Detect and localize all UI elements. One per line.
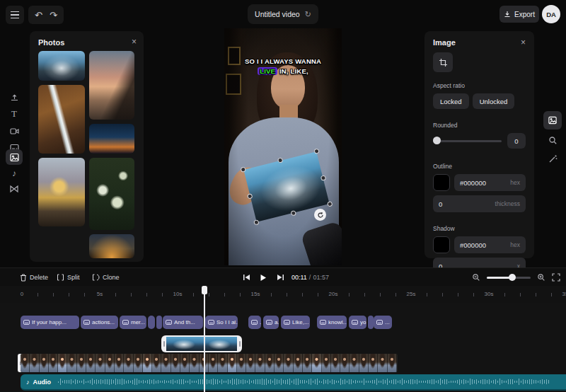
photo-thumb-dark-palms-dusk[interactable] <box>89 124 134 154</box>
fit-timeline-icon[interactable] <box>552 273 560 282</box>
caption-clip[interactable]: a... <box>263 316 279 329</box>
aspect-unlocked-button[interactable]: Unlocked <box>473 93 515 109</box>
crop-button[interactable] <box>433 52 453 72</box>
caption-line-1: SO I I ALWAYS WANNA <box>224 57 342 67</box>
ruler-tick <box>302 293 303 296</box>
timecode: 00:11 / 01:57 <box>291 268 329 287</box>
caption-clip-icon <box>83 320 90 325</box>
timeline-ruler[interactable]: 05s10s15s20s25s30s35s <box>0 286 566 303</box>
skip-back-icon[interactable] <box>241 268 252 287</box>
ruler-tick <box>37 293 38 296</box>
timeline-zoom-controls <box>472 268 560 287</box>
redo-icon[interactable]: ↷ <box>50 10 57 21</box>
caption-clip-icon <box>208 320 214 325</box>
caption-clip-label: And th... <box>174 319 195 325</box>
playhead-line[interactable] <box>204 286 205 392</box>
video-clip-filmstrip[interactable] <box>21 354 398 372</box>
video-preview-canvas[interactable]: SO I I ALWAYS WANNA LIVE IN, LIKE, <box>224 28 342 265</box>
caption-clip[interactable] <box>148 316 155 329</box>
close-icon[interactable]: × <box>521 38 526 47</box>
caption-clip[interactable]: mer... <box>120 316 146 329</box>
image-tool-icon[interactable] <box>6 149 23 165</box>
video-frame-thumb <box>96 354 105 372</box>
photo-thumb-palm-beach-sunset[interactable] <box>89 51 134 120</box>
outline-color-swatch[interactable] <box>433 174 450 191</box>
caption-clip[interactable]: actions... <box>81 316 118 329</box>
zoom-in-icon[interactable] <box>537 273 545 282</box>
video-frame-thumb <box>152 354 161 372</box>
outline-label: Outline <box>433 163 526 170</box>
resize-handle-w[interactable] <box>247 193 253 199</box>
caption-clip[interactable] <box>156 316 162 329</box>
ruler-label: 25s <box>407 291 416 297</box>
ruler-tick <box>53 293 54 296</box>
resize-handle-n[interactable] <box>277 157 283 163</box>
resize-handle-nw[interactable] <box>241 166 246 172</box>
caption-clip[interactable]: knowl... <box>317 316 347 329</box>
aspect-locked-button[interactable]: Locked <box>433 93 469 109</box>
undo-icon[interactable]: ↶ <box>35 10 42 21</box>
close-icon[interactable]: × <box>132 38 137 46</box>
hamburger-menu-button[interactable] <box>6 6 24 24</box>
zoom-slider-thumb[interactable] <box>509 274 516 281</box>
trim-handle-left[interactable] <box>163 341 165 347</box>
video-frame-thumb <box>331 354 340 372</box>
caption-clip-label: Like,... <box>292 319 309 325</box>
delete-button[interactable]: Delete <box>20 268 48 287</box>
caption-clip[interactable]: So I I al... <box>205 316 238 329</box>
caption-clip-icon <box>376 320 383 325</box>
transitions-tool-icon[interactable] <box>6 181 23 197</box>
shadow-hex-input[interactable]: #000000hex <box>454 236 526 253</box>
outline-hex-input[interactable]: #000000hex <box>454 174 526 191</box>
caption-overlay[interactable]: SO I I ALWAYS WANNA LIVE IN, LIKE, <box>224 57 342 77</box>
rounded-slider[interactable] <box>433 140 502 142</box>
shadow-color-swatch[interactable] <box>433 236 450 253</box>
ruler-tick <box>224 293 225 296</box>
magic-wand-icon[interactable] <box>543 149 562 168</box>
photo-thumb-golden-cathedral[interactable] <box>38 158 85 226</box>
photo-thumb-autumn-waterfall[interactable] <box>38 85 85 154</box>
clone-button[interactable]: Clone <box>92 268 120 287</box>
media-properties-icon[interactable] <box>543 111 562 129</box>
zoom-slider[interactable] <box>487 277 531 279</box>
trim-handle-right[interactable] <box>239 341 241 347</box>
outline-thickness-input[interactable]: 0thickness <box>433 195 526 212</box>
caption-clip[interactable]: And th... <box>163 316 203 329</box>
rounded-slider-thumb[interactable] <box>433 137 441 144</box>
project-title-pill[interactable]: Untitled video ↻ <box>248 4 318 24</box>
photo-thumb-tree-silhouette-sunset[interactable] <box>89 234 134 258</box>
caption-clip[interactable]: Like,... <box>281 316 310 329</box>
caption-clip-label: So I I al... <box>216 319 238 325</box>
search-icon[interactable] <box>543 131 562 149</box>
avatar[interactable]: DA <box>542 5 560 23</box>
text-tool-icon[interactable]: T <box>6 106 23 122</box>
caption-clip-label: ... <box>385 319 390 325</box>
image-clip-selected[interactable] <box>161 335 242 352</box>
export-button[interactable]: Export <box>499 6 539 23</box>
ruler-tick <box>115 293 116 296</box>
ruler-tick <box>504 293 505 296</box>
caption-clip[interactable] <box>368 316 374 329</box>
rounded-value[interactable]: 0 <box>507 133 526 149</box>
video-tool-icon[interactable] <box>6 123 23 139</box>
rotate-handle-icon[interactable] <box>314 209 326 221</box>
top-bar: ↶ ↷ Untitled video ↻ Export DA <box>0 0 566 28</box>
photo-thumb-white-flowers[interactable] <box>89 158 134 230</box>
caption-clip[interactable]: yo... <box>349 316 366 329</box>
skip-forward-icon[interactable] <box>275 268 286 287</box>
photo-thumb-snowy-mountain[interactable] <box>38 51 85 81</box>
audio-clip[interactable]: ♪ Audio <box>21 374 566 391</box>
video-frame-thumb <box>124 354 133 372</box>
video-frame-thumb <box>209 354 218 372</box>
zoom-out-icon[interactable] <box>472 273 480 282</box>
split-button[interactable]: Split <box>57 268 80 287</box>
upload-icon[interactable] <box>6 89 23 105</box>
audio-tool-icon[interactable]: ♪ <box>6 166 23 181</box>
caption-clip[interactable]: ... <box>374 316 392 329</box>
play-button[interactable] <box>258 268 269 287</box>
caption-clip[interactable]: ... <box>248 316 261 329</box>
caption-clip[interactable]: If your happ... <box>21 316 79 329</box>
project-title[interactable]: Untitled video <box>255 10 300 18</box>
playhead-handle[interactable] <box>202 286 207 294</box>
caption-clip-icon <box>320 320 326 325</box>
